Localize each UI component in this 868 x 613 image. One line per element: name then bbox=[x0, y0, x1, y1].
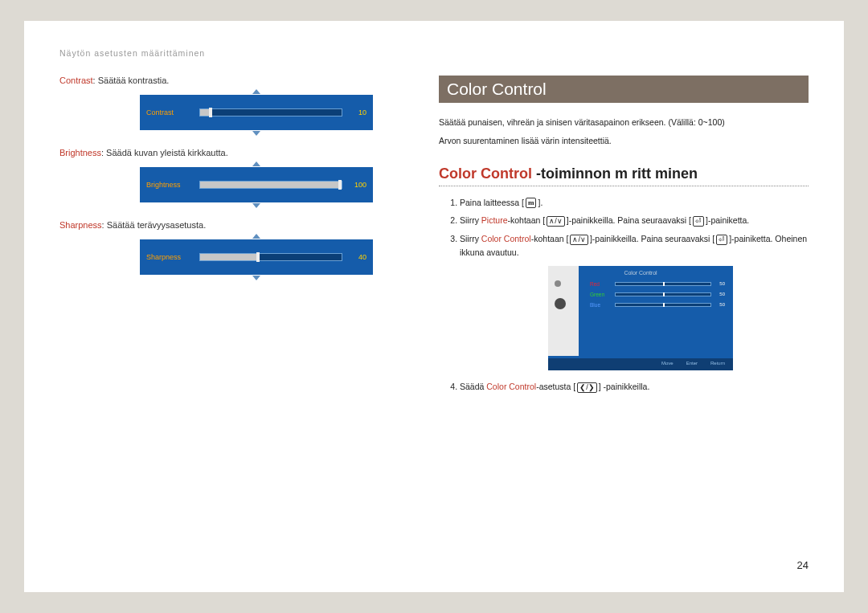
brightness-desc: Brightness: Säädä kuvan yleistä kirkkaut… bbox=[59, 148, 405, 157]
intro-1: Säätää punaisen, vihreän ja sinisen väri… bbox=[439, 116, 809, 129]
left-column: Contrast: Säätää kontrastia. Contrast 10… bbox=[59, 76, 405, 398]
osd-footer: Move Enter Return bbox=[548, 358, 733, 370]
blue-value: 50 bbox=[715, 301, 725, 309]
brightness-key: Brightness bbox=[59, 148, 101, 157]
green-knob bbox=[663, 292, 665, 296]
step-2: Siirry Picture-kohtaan [∧/∨]-painikkeill… bbox=[460, 214, 809, 227]
step-1: Paina laitteessa [m]. bbox=[460, 196, 809, 210]
brightness-slider: Brightness 100 bbox=[140, 167, 373, 202]
cc-hl-1: Color Control bbox=[481, 234, 531, 243]
brightness-knob bbox=[338, 180, 342, 190]
green-value: 50 bbox=[715, 291, 725, 299]
contrast-slider: Contrast 10 bbox=[140, 95, 373, 130]
contrast-value: 10 bbox=[347, 108, 366, 116]
rgb-rows: Red 50 Green 50 Blue bbox=[590, 280, 725, 312]
green-track bbox=[615, 292, 711, 296]
sharpness-desc: Sharpness: Säätää terävyysasetusta. bbox=[59, 220, 405, 230]
rgb-row-green: Green 50 bbox=[590, 291, 725, 299]
contrast-text: : Säätää kontrastia. bbox=[93, 76, 170, 85]
contrast-track bbox=[199, 108, 342, 116]
step-3: Siirry Color Control-kohtaan [∧/∨]-paini… bbox=[460, 232, 809, 370]
subhead-rest: -toiminnon m ritt minen bbox=[536, 166, 698, 182]
osd-side bbox=[548, 266, 579, 356]
enter-icon: ⏎ bbox=[716, 235, 727, 245]
contrast-key: Contrast bbox=[59, 76, 93, 85]
brightness-fill bbox=[200, 182, 342, 188]
red-track bbox=[615, 282, 711, 286]
two-column-layout: Contrast: Säätää kontrastia. Contrast 10… bbox=[59, 76, 809, 398]
sharpness-knob bbox=[256, 252, 260, 262]
sharpness-value: 40 bbox=[347, 253, 366, 261]
blue-track bbox=[615, 303, 711, 307]
contrast-fill bbox=[200, 109, 209, 116]
contrast-slider-label: Contrast bbox=[146, 108, 194, 116]
updown-icon: ∧/∨ bbox=[570, 235, 588, 245]
step-4: Säädä Color Control-asetusta [❮/❯] -pain… bbox=[460, 380, 809, 394]
rgb-row-blue: Blue 50 bbox=[590, 301, 725, 309]
step-list: Paina laitteessa [m]. Siirry Picture-koh… bbox=[439, 196, 809, 394]
updown-icon: ∧/∨ bbox=[547, 216, 565, 227]
menu-icon: m bbox=[526, 198, 537, 208]
right-column: Color Control Säätää punaisen, vihreän j… bbox=[439, 76, 809, 398]
breadcrumb: Näytön asetusten määrittäminen bbox=[59, 48, 809, 58]
cc-hl-2: Color Control bbox=[486, 382, 536, 391]
brightness-text: : Säädä kuvan yleistä kirkkautta. bbox=[101, 148, 228, 157]
leftright-icon: ❮/❯ bbox=[577, 382, 597, 393]
sharpness-slider-label: Sharpness bbox=[146, 253, 194, 261]
sharpness-track bbox=[199, 253, 342, 261]
osd-screenshot: Color Control Red 50 Green 50 bbox=[548, 266, 733, 370]
manual-page: Näytön asetusten määrittäminen Contrast:… bbox=[24, 21, 844, 592]
contrast-knob bbox=[209, 108, 212, 117]
red-knob bbox=[663, 282, 665, 286]
sharpness-key: Sharpness bbox=[59, 220, 102, 230]
enter-icon: ⏎ bbox=[693, 216, 704, 227]
foot-enter: Enter bbox=[686, 360, 698, 368]
osd-title: Color Control bbox=[624, 268, 657, 277]
brightness-slider-label: Brightness bbox=[146, 181, 194, 189]
section-title: Color Control bbox=[439, 76, 809, 103]
page-number: 24 bbox=[797, 559, 809, 571]
sharpness-fill bbox=[200, 254, 256, 260]
brightness-value: 100 bbox=[347, 181, 366, 189]
red-value: 50 bbox=[715, 280, 725, 288]
sub-heading: Color Control -toiminnon m ritt minen bbox=[439, 166, 809, 186]
subhead-cc: Color Control bbox=[439, 166, 532, 182]
foot-move: Move bbox=[661, 360, 674, 368]
intro-2: Arvon suurentaminen lisää värin intensit… bbox=[439, 134, 809, 148]
foot-return: Return bbox=[710, 360, 725, 368]
contrast-desc: Contrast: Säätää kontrastia. bbox=[59, 76, 405, 85]
side-dot-1 bbox=[555, 280, 561, 287]
blue-knob bbox=[663, 303, 665, 307]
side-dot-2 bbox=[555, 298, 566, 309]
picture-hl: Picture bbox=[481, 215, 508, 225]
green-label: Green bbox=[590, 291, 611, 299]
blue-label: Blue bbox=[590, 301, 611, 309]
sharpness-text: : Säätää terävyysasetusta. bbox=[102, 220, 207, 230]
sharpness-slider: Sharpness 40 bbox=[140, 239, 373, 275]
brightness-track bbox=[199, 181, 342, 189]
red-label: Red bbox=[590, 280, 611, 288]
rgb-row-red: Red 50 bbox=[590, 280, 725, 288]
